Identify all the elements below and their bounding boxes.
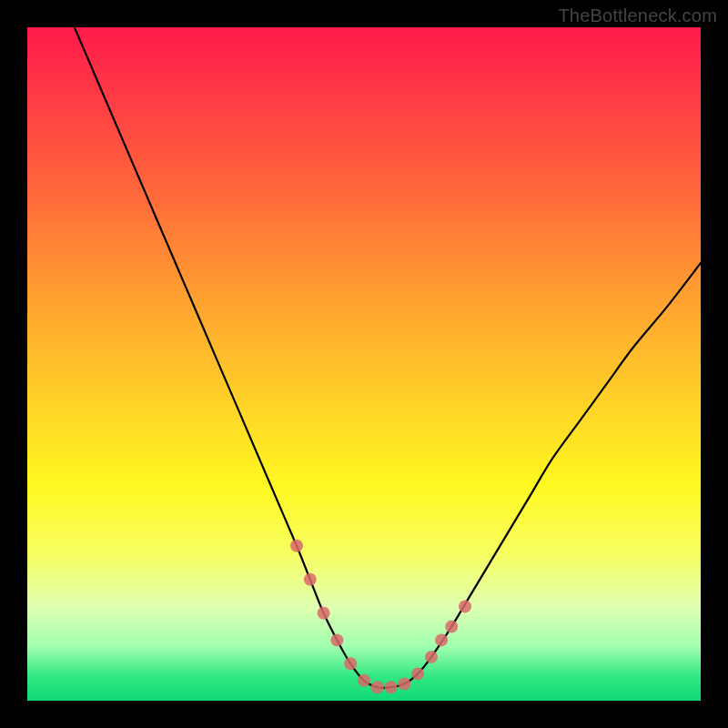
marker-dot <box>358 674 370 687</box>
marker-dot <box>371 681 384 693</box>
marker-dot <box>290 540 303 552</box>
chart-area <box>27 27 701 701</box>
marker-dot <box>445 621 458 633</box>
marker-dot <box>344 657 357 670</box>
chart-frame <box>27 27 701 701</box>
marker-dot <box>398 678 410 691</box>
marker-dot <box>411 667 424 680</box>
gradient-background <box>27 27 701 701</box>
watermark-text: TheBottleneck.com <box>558 5 717 26</box>
marker-dot <box>435 633 448 646</box>
marker-dot <box>304 573 317 586</box>
marker-dot <box>318 607 330 620</box>
marker-dot <box>330 633 343 646</box>
marker-dot <box>459 600 471 612</box>
marker-dot <box>425 651 438 663</box>
marker-dot <box>385 681 398 693</box>
bottleneck-chart <box>27 27 701 701</box>
